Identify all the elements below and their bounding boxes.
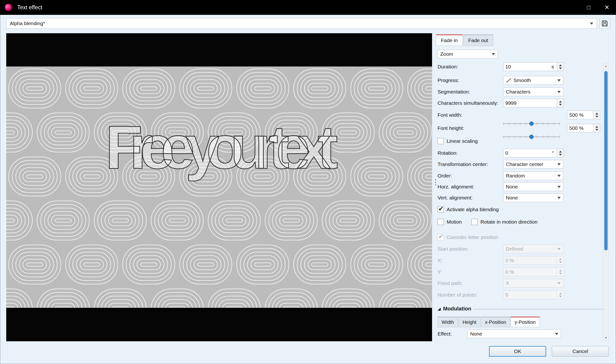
font-width-spinner[interactable]: 500 % <box>567 111 600 119</box>
close-button[interactable]: ✕ <box>598 0 616 15</box>
y-label: Y: <box>438 269 442 274</box>
tab-width[interactable]: Width <box>438 317 458 327</box>
rotation-spinner[interactable]: 0 ° <box>503 149 564 157</box>
motion-label: Motion <box>447 219 462 225</box>
horz-alignment-value: None <box>506 184 518 190</box>
font-height-slider[interactable] <box>503 132 560 141</box>
spin-up-icon[interactable] <box>559 151 562 153</box>
modulation-section-header[interactable]: ◢ Modulation <box>438 306 606 312</box>
progress-row: Progress: Smooth <box>438 76 610 85</box>
panel-scrollbar[interactable]: ▲ ▼ <box>603 64 609 340</box>
chars-simultaneously-spinner[interactable]: 9999 <box>503 99 564 107</box>
linear-scaling-row: Linear scaling <box>438 138 478 145</box>
scrollbar-thumb[interactable] <box>604 71 608 250</box>
spin-up-icon[interactable] <box>595 126 598 128</box>
fixed-path-label: Fixed path: <box>438 280 462 286</box>
activate-alpha-blending-label: Activate alpha blending <box>447 207 499 212</box>
chevron-down-icon <box>557 91 561 93</box>
preset-dropdown[interactable]: Alpha blending* <box>6 18 597 29</box>
segmentation-value: Characters <box>506 89 531 95</box>
chevron-down-icon <box>557 163 561 166</box>
preview-canvas: Free your text <box>6 33 432 341</box>
fixed-path-row: Fixed path: X <box>438 279 610 287</box>
duration-stepper[interactable] <box>557 62 564 71</box>
rotate-in-motion-direction-checkbox[interactable] <box>471 219 477 225</box>
effect-type-value: Zoom <box>440 51 453 57</box>
save-preset-button[interactable] <box>599 18 610 29</box>
spin-up-icon <box>559 292 562 294</box>
spin-down-icon[interactable] <box>559 154 562 156</box>
tab-fade-in[interactable]: Fade in <box>436 34 463 46</box>
tab-y-position[interactable]: y-Position <box>511 317 540 327</box>
rotation-label: Rotation: <box>438 150 458 156</box>
font-height-value[interactable]: 500 % <box>569 125 584 131</box>
save-icon <box>601 20 609 27</box>
progress-dropdown[interactable]: Smooth <box>503 76 563 85</box>
slider-thumb[interactable] <box>529 135 534 139</box>
ok-button[interactable]: OK <box>489 346 546 357</box>
order-row: Order: Random <box>438 171 610 180</box>
spin-up-icon[interactable] <box>559 64 562 66</box>
x-label: X: <box>438 258 442 263</box>
order-dropdown[interactable]: Random <box>503 171 563 180</box>
fade-tabs: Fade in Fade out <box>436 34 493 46</box>
tab-height[interactable]: Height <box>458 317 480 327</box>
horz-alignment-dropdown[interactable]: None <box>503 182 563 191</box>
scroll-up-icon[interactable]: ▲ <box>603 65 608 67</box>
rotation-value[interactable]: 0 <box>505 150 508 156</box>
scroll-down-icon[interactable]: ▼ <box>603 336 608 339</box>
transformation-center-dropdown[interactable]: Character center <box>503 160 563 169</box>
number-of-points-stepper <box>557 291 564 299</box>
maximize-button[interactable]: □ <box>580 0 598 15</box>
chars-simultaneously-label: Characters simultaneously: <box>438 100 498 106</box>
chars-simultaneously-value[interactable]: 9999 <box>505 100 517 106</box>
chars-simultaneously-stepper[interactable] <box>557 99 564 107</box>
start-position-value: Defined <box>506 246 523 252</box>
effect-type-dropdown[interactable]: Zoom <box>438 50 498 58</box>
modulation-effect-dropdown[interactable]: None <box>467 330 561 338</box>
font-height-spinner[interactable]: 500 % <box>567 124 600 132</box>
spin-up-icon[interactable] <box>595 113 598 115</box>
motion-checkbox[interactable] <box>438 219 444 225</box>
spin-down-icon[interactable] <box>595 116 598 118</box>
text-effect-dialog: Text effect □ ✕ Alpha blending* <box>0 0 616 364</box>
font-height-stepper[interactable] <box>593 124 600 132</box>
chevron-down-icon <box>557 248 561 250</box>
cancel-button[interactable]: Cancel <box>552 346 609 357</box>
font-width-row: Font width: 500 % <box>438 111 610 119</box>
number-of-points-spinner: 5 <box>503 291 564 299</box>
spin-up-icon <box>559 270 562 272</box>
spin-up-icon <box>559 258 562 260</box>
duration-value[interactable]: 10 <box>505 64 511 70</box>
number-of-points-row: Number of points: 5 <box>438 291 610 299</box>
spin-down-icon[interactable] <box>559 104 562 106</box>
chevron-down-icon <box>557 186 561 188</box>
tab-x-position[interactable]: x-Position <box>481 317 510 327</box>
activate-alpha-blending-checkbox[interactable]: ✔ <box>438 206 444 213</box>
segmentation-dropdown[interactable]: Characters <box>503 88 563 96</box>
rotation-stepper[interactable] <box>557 149 564 157</box>
tab-fade-out[interactable]: Fade out <box>463 34 493 46</box>
vert-alignment-dropdown[interactable]: None <box>503 194 563 202</box>
duration-unit: s <box>552 64 555 70</box>
preview-overlay-text: Free your text <box>105 113 337 181</box>
spin-down-icon[interactable] <box>595 129 598 131</box>
font-width-stepper[interactable] <box>593 111 600 119</box>
titlebar: Text effect □ ✕ <box>0 0 616 15</box>
spin-down-icon[interactable] <box>559 67 562 69</box>
spin-down-icon <box>559 296 562 298</box>
x-value: 0 % <box>505 258 514 263</box>
duration-spinner[interactable]: 10 s <box>503 62 564 71</box>
chars-simultaneously-row: Characters simultaneously: 9999 <box>438 99 610 107</box>
order-value: Random <box>506 173 525 179</box>
chevron-down-icon <box>557 282 561 284</box>
x-stepper <box>557 256 564 265</box>
font-width-value[interactable]: 500 % <box>569 112 584 118</box>
vert-alignment-row: Vert. alignment: None <box>438 194 610 202</box>
linear-scaling-checkbox[interactable] <box>438 138 444 144</box>
spin-up-icon[interactable] <box>559 101 562 103</box>
modulation-tabs: Width Height x-Position y-Position <box>438 317 540 327</box>
collapse-triangle-icon: ◢ <box>438 306 441 311</box>
transformation-center-row: Transformation center: Character center <box>438 160 610 169</box>
splitter-handle[interactable]: ⋮ <box>432 179 435 196</box>
